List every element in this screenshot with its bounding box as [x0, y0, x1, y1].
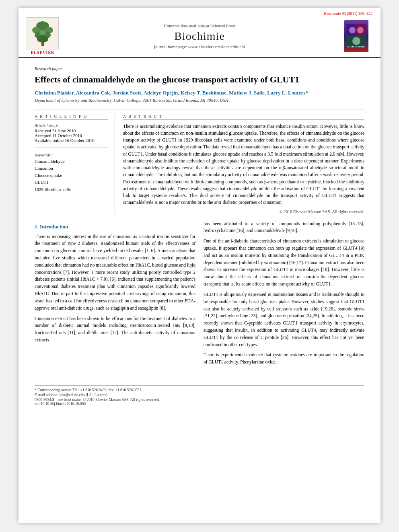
abstract-col: A B S T R A C T There is accumulating ev…: [123, 114, 364, 214]
journal-header-inner: ELSEVIER Contents lists available at Sci…: [27, 17, 372, 57]
elsevier-logo: ELSEVIER: [27, 17, 59, 55]
body-col1-para2: Cinnamon extract has been shown to be ef…: [35, 315, 195, 344]
body-col2-para3: GLUT1 is ubiquitously expressed in mamma…: [204, 291, 364, 349]
section-label: Research paper: [35, 66, 364, 71]
body-col2-para1: has been attributed to a variety of comp…: [204, 220, 364, 235]
svg-point-14: [357, 27, 364, 33]
elsevier-label: ELSEVIER: [31, 50, 55, 55]
accepted-date: Accepted 11 October 2010: [35, 133, 108, 138]
article-info-title: A R T I C L E I N F O: [35, 114, 108, 120]
history-label: Article history:: [35, 123, 108, 127]
info-divider: [35, 148, 108, 148]
corresponding-author-note: * Corresponding author. Tel.: +1 616 526…: [35, 388, 364, 392]
authors-list: Christina Plaisier, Alexandra Cok, Jorda…: [35, 90, 364, 96]
keyword-4: GLUT1: [35, 179, 108, 186]
received-date: Received 21 June 2010: [35, 128, 108, 133]
body-col-left: 1. Introduction There is increasing inte…: [35, 220, 195, 369]
article-title: Effects of cinnamaldehyde on the glucose…: [35, 74, 364, 86]
journal-center-info: Contents lists available at ScienceDirec…: [59, 23, 340, 49]
keyword-1: Cinnamaldehyde: [35, 158, 108, 165]
journal-citation: Biochimie 93 (2011) 339–344: [27, 11, 372, 16]
abstract-title: A B S T R A C T: [123, 114, 364, 120]
body-text-section: 1. Introduction There is increasing inte…: [35, 220, 364, 369]
issn-line: 0300-9084/$ – see front matter © 2010 El…: [35, 398, 364, 402]
abstract-text: There is accumulating evidence that cinn…: [123, 123, 364, 206]
svg-point-13: [349, 27, 356, 33]
copyright-line: © 2010 Elsevier Masson SAS. All rights r…: [123, 210, 364, 214]
elsevier-tree-svg: [27, 18, 58, 49]
keywords-list: Cinnamaldehyde Cinnamon Glucose uptake G…: [35, 158, 108, 193]
biochimie-cover-image: BIOCHIMIE: [346, 24, 366, 48]
journal-title: Biochimie: [67, 30, 332, 43]
body-col2-para2: One of the anti-diabetic characteristics…: [204, 238, 364, 288]
body-col-right: has been attributed to a variety of comp…: [204, 220, 364, 369]
available-date: Available online 16 October 2010: [35, 138, 108, 143]
keyword-2: Cinnamon: [35, 165, 108, 172]
journal-contents-line: Contents lists available at ScienceDirec…: [67, 23, 332, 28]
article-page: Biochimie 93 (2011) 339–344: [19, 8, 380, 523]
affiliation: Department of Chemistry and Biochemistry…: [35, 98, 364, 103]
section1-heading: 1. Introduction: [35, 224, 195, 230]
article-info-col: A R T I C L E I N F O Article history: R…: [35, 114, 115, 214]
journal-homepage: journal homepage: www.elsevier.com/locat…: [67, 44, 332, 49]
body-col2-para4: There is experimental evidence that cyst…: [204, 351, 364, 366]
journal-right-logo: BIOCHIMIE: [340, 20, 372, 52]
keywords-label: Keywords:: [35, 153, 108, 157]
svg-point-8: [39, 30, 46, 35]
keyword-3: Glucose uptake: [35, 172, 108, 179]
article-content: Research paper Effects of cinnamaldehyde…: [19, 58, 380, 377]
journal-header: Biochimie 93 (2011) 339–344: [19, 8, 380, 58]
svg-point-15: [352, 37, 360, 45]
doi-line: doi:10.1016/j.biochi.2010.10.006: [35, 402, 364, 406]
page-footer: * Corresponding author. Tel.: +1 616 526…: [35, 385, 364, 406]
svg-text:BIOCHIMIE: BIOCHIMIE: [348, 45, 366, 48]
body-col1-para1: There is increasing interest in the use …: [35, 233, 195, 312]
keyword-5: 1929 fibroblast cells: [35, 186, 108, 193]
biochimie-badge: BIOCHIMIE: [344, 20, 368, 52]
elsevier-logo-image: [27, 17, 59, 49]
info-abstract-section: A R T I C L E I N F O Article history: R…: [35, 109, 364, 214]
email-note: E-mail address: lout@calvin.edu (L.L. Lo…: [35, 393, 364, 397]
svg-rect-7: [41, 41, 44, 46]
